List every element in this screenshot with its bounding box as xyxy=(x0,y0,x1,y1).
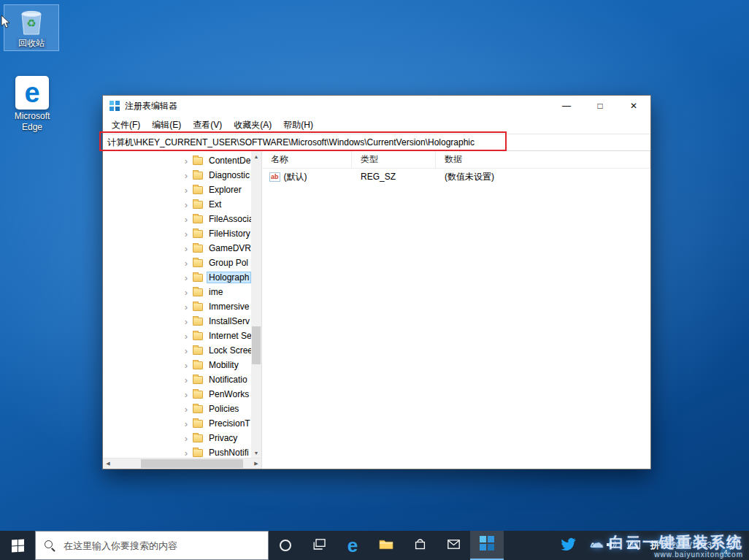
minimize-button[interactable]: — xyxy=(550,96,583,116)
store-button[interactable] xyxy=(403,531,437,560)
start-button[interactable] xyxy=(0,531,35,560)
scroll-up-arrow-icon[interactable]: ▲ xyxy=(251,151,261,161)
twitter-icon xyxy=(560,537,576,554)
vertical-scroll-thumb[interactable] xyxy=(252,326,261,364)
menu-favorites[interactable]: 收藏夹(A) xyxy=(228,119,277,131)
taskbar-search[interactable] xyxy=(35,531,269,560)
touch-keyboard-button[interactable] xyxy=(623,531,645,560)
folder-icon xyxy=(193,405,203,413)
tray-overflow-button[interactable]: ^ xyxy=(585,531,601,560)
scroll-left-arrow-icon[interactable]: ◀ xyxy=(103,459,113,469)
column-header-data[interactable]: 数据 xyxy=(436,151,650,168)
value-name: (默认) xyxy=(284,171,307,183)
taskbar-edge-button[interactable]: e xyxy=(336,531,369,560)
tree-item[interactable]: ›PushNotifi xyxy=(182,445,261,458)
scroll-down-arrow-icon[interactable]: ▼ xyxy=(251,448,261,458)
menu-file[interactable]: 文件(F) xyxy=(106,119,146,131)
chevron-expand-icon[interactable]: › xyxy=(182,404,191,414)
tree-item[interactable]: ›PenWorks xyxy=(182,387,261,402)
horizontal-scrollbar[interactable]: ◀ ▶ xyxy=(103,458,261,469)
menu-edit[interactable]: 编辑(E) xyxy=(146,119,187,131)
window-title: 注册表编辑器 xyxy=(125,100,177,112)
twitter-button[interactable] xyxy=(551,531,585,560)
regedit-taskbar-icon xyxy=(479,535,495,554)
chevron-expand-icon[interactable]: › xyxy=(182,375,191,385)
chevron-expand-icon[interactable]: › xyxy=(182,317,191,326)
menu-view[interactable]: 查看(V) xyxy=(187,119,228,131)
tree-item[interactable]: ›FileAssocia xyxy=(182,212,261,226)
folder-icon xyxy=(193,434,203,442)
chevron-expand-icon[interactable]: › xyxy=(182,288,191,297)
folder-icon xyxy=(193,361,203,369)
tree-item[interactable]: ›FileHistory xyxy=(182,226,261,241)
action-center-button[interactable]: 4 xyxy=(718,531,749,560)
chevron-expand-icon[interactable]: › xyxy=(182,258,191,268)
value-type: REG_SZ xyxy=(352,172,436,182)
search-input[interactable] xyxy=(36,532,268,559)
column-header-name[interactable]: 名称 xyxy=(262,151,352,168)
registry-value-row[interactable]: ab (默认) REG_SZ (数值未设置) xyxy=(262,169,650,185)
maximize-button[interactable]: □ xyxy=(583,96,617,116)
tree-item-label: Ext xyxy=(207,199,223,210)
tree-item[interactable]: ›ContentDe xyxy=(182,153,261,168)
file-explorer-button[interactable] xyxy=(369,531,403,560)
tree-item[interactable]: ›PrecisionT xyxy=(182,416,261,431)
chevron-expand-icon[interactable]: › xyxy=(182,200,191,210)
folder-icon xyxy=(193,245,203,253)
value-data: (数值未设置) xyxy=(436,171,650,183)
task-view-button[interactable] xyxy=(302,531,336,560)
chevron-expand-icon[interactable]: › xyxy=(182,185,191,195)
tree-item-label: Holograph xyxy=(207,272,251,283)
chevron-expand-icon[interactable]: › xyxy=(182,361,191,370)
horizontal-scroll-thumb[interactable] xyxy=(141,459,243,468)
column-header-type[interactable]: 类型 xyxy=(352,151,436,168)
chevron-expand-icon[interactable]: › xyxy=(182,448,191,458)
tree-item[interactable]: ›Ext xyxy=(182,197,261,212)
cortana-button[interactable] xyxy=(269,531,302,560)
chevron-expand-icon[interactable]: › xyxy=(182,390,191,399)
tree-item[interactable]: ›Immersive xyxy=(182,299,261,314)
desktop-icon-edge[interactable]: e Microsoft Edge xyxy=(4,76,60,133)
chevron-expand-icon[interactable]: › xyxy=(182,419,191,429)
chevron-expand-icon[interactable]: › xyxy=(182,302,191,312)
chevron-expand-icon[interactable]: › xyxy=(182,229,191,239)
scroll-right-arrow-icon[interactable]: ▶ xyxy=(251,459,261,469)
tree-item[interactable]: ›Lock Scree xyxy=(182,343,261,358)
tree-item[interactable]: ›Explorer xyxy=(182,183,261,197)
chevron-expand-icon[interactable]: › xyxy=(182,346,191,356)
address-bar[interactable]: 计算机\HKEY_CURRENT_USER\SOFTWARE\Microsoft… xyxy=(103,134,650,151)
chevron-expand-icon[interactable]: › xyxy=(182,171,191,180)
tree-item[interactable]: ›Group Pol xyxy=(182,256,261,270)
tree-item-selected[interactable]: ›Holograph xyxy=(182,270,261,285)
chevron-expand-icon[interactable]: › xyxy=(182,331,191,341)
regedit-app-icon xyxy=(109,100,120,112)
taskbar-regedit-button[interactable] xyxy=(470,531,504,560)
tree-item[interactable]: ›InstallServ xyxy=(182,314,261,329)
desktop-icon-recycle-bin[interactable]: ♻ 回收站 xyxy=(4,4,59,51)
chevron-expand-icon[interactable]: › xyxy=(182,273,191,283)
chevron-expand-icon[interactable]: › xyxy=(182,156,191,166)
chevron-expand-icon[interactable]: › xyxy=(182,215,191,224)
folder-icon xyxy=(193,391,203,399)
input-method-indicator[interactable]: 拼 xyxy=(645,531,665,560)
tree-item[interactable]: ›Privacy xyxy=(182,431,261,445)
tree-item[interactable]: ›Internet Se xyxy=(182,329,261,343)
title-bar[interactable]: 注册表编辑器 — □ ✕ xyxy=(103,96,650,116)
tree-item[interactable]: ›ime xyxy=(182,285,261,299)
tree-item[interactable]: ›Diagnostic xyxy=(182,168,261,183)
edge-glyph: e xyxy=(24,77,39,109)
close-button[interactable]: ✕ xyxy=(617,96,650,116)
windows-logo-icon xyxy=(12,539,24,552)
chevron-expand-icon[interactable]: › xyxy=(182,434,191,443)
mail-icon xyxy=(448,539,460,552)
tree-item[interactable]: ›GameDVR xyxy=(182,241,261,256)
chevron-expand-icon[interactable]: › xyxy=(182,244,191,253)
clock[interactable]: 2019/12/13 xyxy=(665,531,718,560)
volume-button[interactable] xyxy=(601,531,623,560)
tree-item[interactable]: ›Mobility xyxy=(182,358,261,372)
mail-button[interactable] xyxy=(437,531,470,560)
tree-item[interactable]: ›Notificatio xyxy=(182,372,261,387)
tree-item[interactable]: ›Policies xyxy=(182,402,261,416)
vertical-scrollbar[interactable]: ▲ ▼ xyxy=(251,151,261,458)
menu-help[interactable]: 帮助(H) xyxy=(277,119,319,131)
